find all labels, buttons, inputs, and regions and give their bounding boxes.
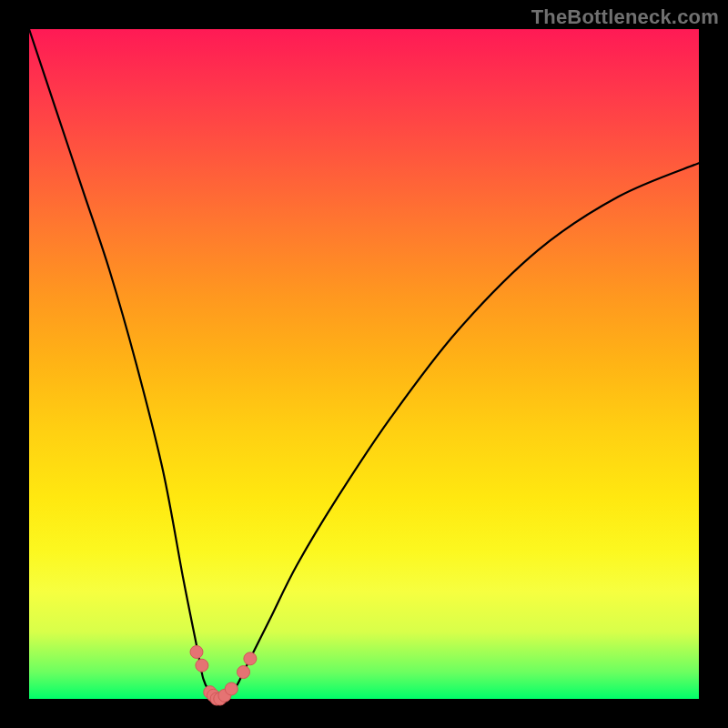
curve-marker	[238, 666, 250, 679]
curve-markers	[190, 645, 257, 705]
bottleneck-curve	[29, 29, 699, 700]
curve-marker	[196, 659, 208, 672]
curve-marker	[190, 645, 203, 658]
chart-stage: TheBottleneck.com	[0, 0, 728, 728]
curve-marker	[225, 682, 238, 695]
curve-marker	[244, 652, 257, 665]
chart-svg	[29, 29, 699, 699]
watermark-text: TheBottleneck.com	[531, 5, 719, 29]
